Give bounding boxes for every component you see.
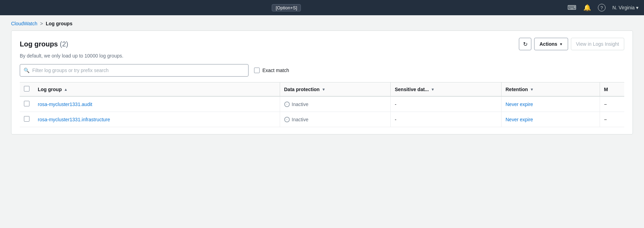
th-sensitivedata[interactable]: Sensitive dat... ▼ (391, 82, 502, 97)
dataprotection-value-1: Inactive (292, 117, 308, 122)
loggroup-sort-icon: ▲ (64, 87, 68, 91)
exact-match-row: Exact match (254, 68, 289, 73)
row-loggroup-cell: rosa-mycluster1331.audit (34, 96, 280, 112)
help-icon[interactable]: ? (598, 4, 606, 11)
extra-value-1: − (604, 117, 607, 122)
th-select (20, 82, 34, 97)
card-subtitle: By default, we only load up to 10000 log… (20, 53, 624, 59)
row-retention-cell: Never expire (501, 96, 600, 112)
sensitivedata-sort-icon: ▼ (431, 87, 435, 91)
table-row: rosa-mycluster1331.audit − Inactive - Ne… (20, 96, 624, 112)
row-sensitivedata-cell: - (391, 112, 502, 127)
log-group-link-1[interactable]: rosa-mycluster1331.infrastructure (38, 117, 110, 122)
actions-dropdown-arrow: ▼ (559, 42, 563, 46)
th-retention[interactable]: Retention ▼ (501, 82, 600, 97)
breadcrumb: CloudWatch > Log groups (0, 15, 644, 30)
breadcrumb-current: Log groups (46, 21, 72, 26)
inactive-icon-1: − (284, 117, 290, 122)
view-logs-insight-button[interactable]: View in Logs Insight (571, 38, 624, 50)
refresh-button[interactable]: ↻ (519, 38, 531, 50)
dataprotection-value-0: Inactive (292, 102, 308, 107)
search-input[interactable] (32, 68, 245, 73)
dataprotection-sort-icon: ▼ (322, 87, 325, 91)
row-extra-cell-1: − (600, 112, 624, 127)
inactive-icon-0: − (284, 102, 290, 107)
actions-label: Actions (539, 41, 557, 47)
refresh-icon: ↻ (523, 41, 528, 47)
row-extra-cell-0: − (600, 96, 624, 112)
breadcrumb-separator: > (40, 21, 43, 26)
retention-value-1: Never expire (506, 117, 533, 122)
card-header-actions: ↻ Actions ▼ View in Logs Insight (519, 38, 624, 50)
table-header-row: Log group ▲ Data protection ▼ Sensitive … (20, 82, 624, 97)
table-row: rosa-mycluster1331.infrastructure − Inac… (20, 112, 624, 127)
row-checkbox-1[interactable] (24, 116, 29, 122)
th-loggroup[interactable]: Log group ▲ (34, 82, 280, 97)
keyboard-shortcut-label: [Option+S] (272, 4, 301, 11)
row-loggroup-cell: rosa-mycluster1331.infrastructure (34, 112, 280, 127)
card-title-count: (2) (60, 40, 68, 48)
topnav-center: [Option+S] (272, 4, 301, 11)
row-select-cell (20, 112, 34, 127)
topnav-right: ⌨ 🔔 ? N. Virginia ▾ (567, 4, 638, 11)
log-groups-card: Log groups (2) ↻ Actions ▼ View in Logs … (11, 30, 633, 134)
sensitivedata-value-1: - (395, 117, 397, 122)
row-dataprotection-cell: − Inactive (280, 96, 391, 112)
row-retention-cell: Never expire (501, 112, 600, 127)
exact-match-label: Exact match (262, 68, 289, 73)
row-select-cell (20, 96, 34, 112)
row-checkbox-0[interactable] (24, 101, 29, 106)
card-header: Log groups (2) ↻ Actions ▼ View in Logs … (20, 38, 624, 50)
row-dataprotection-cell: − Inactive (280, 112, 391, 127)
topnav: [Option+S] ⌨ 🔔 ? N. Virginia ▾ (0, 0, 644, 15)
exact-match-checkbox[interactable] (254, 68, 260, 73)
sensitivedata-value-0: - (395, 102, 397, 107)
card-title: Log groups (2) (20, 40, 68, 48)
th-dataprotection[interactable]: Data protection ▼ (280, 82, 391, 97)
search-row: 🔍 Exact match (20, 64, 624, 77)
th-extra: M (600, 82, 624, 97)
retention-value-0: Never expire (506, 102, 533, 107)
search-box: 🔍 (20, 64, 249, 77)
log-groups-table-wrapper: Log group ▲ Data protection ▼ Sensitive … (20, 82, 624, 127)
log-group-link-0[interactable]: rosa-mycluster1331.audit (38, 102, 92, 107)
log-groups-table: Log group ▲ Data protection ▼ Sensitive … (20, 82, 624, 127)
row-sensitivedata-cell: - (391, 96, 502, 112)
extra-value-0: − (604, 102, 607, 107)
bell-icon[interactable]: 🔔 (583, 4, 591, 11)
region-selector[interactable]: N. Virginia ▾ (612, 5, 638, 10)
view-logs-insight-label: View in Logs Insight (576, 41, 619, 47)
actions-button[interactable]: Actions ▼ (534, 38, 568, 50)
search-icon: 🔍 (24, 68, 29, 73)
retention-sort-icon: ▼ (530, 87, 534, 91)
select-all-checkbox[interactable] (24, 86, 29, 91)
card-title-area: Log groups (2) (20, 40, 68, 48)
breadcrumb-cloudwatch-link[interactable]: CloudWatch (11, 21, 37, 26)
terminal-icon[interactable]: ⌨ (567, 4, 576, 11)
